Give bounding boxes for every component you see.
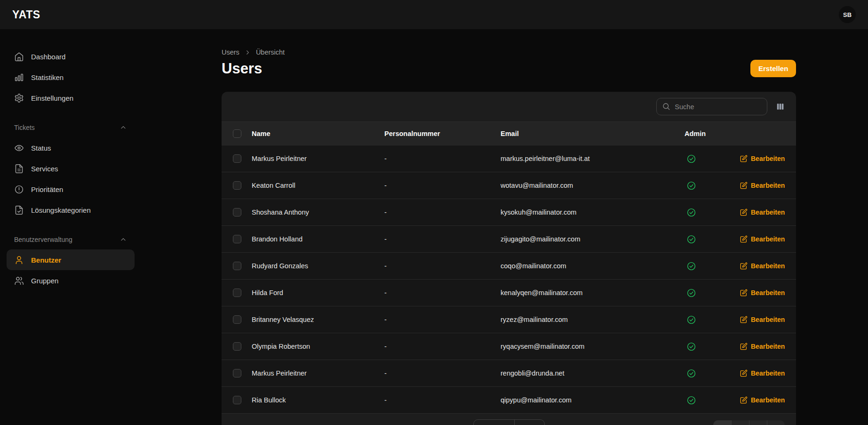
row-checkbox[interactable] <box>233 396 241 404</box>
topbar: YATS SB <box>0 0 868 29</box>
cell-admin <box>685 234 740 244</box>
row-checkbox[interactable] <box>233 181 241 190</box>
select-all-checkbox[interactable] <box>233 129 241 138</box>
row-checkbox[interactable] <box>233 262 241 270</box>
edit-button[interactable]: Bearbeiten <box>740 289 785 297</box>
cell-name: Britanney Velasquez <box>252 316 384 323</box>
edit-button[interactable]: Bearbeiten <box>740 182 785 189</box>
edit-button[interactable]: Bearbeiten <box>740 262 785 270</box>
pagination-page-3[interactable]: 3 <box>749 420 767 425</box>
pagination: 123 <box>713 420 785 425</box>
edit-button[interactable]: Bearbeiten <box>740 396 785 404</box>
sidebar-item-gruppen[interactable]: Gruppen <box>7 270 135 291</box>
edit-icon <box>740 289 748 297</box>
table-toolbar <box>222 92 796 121</box>
edit-button[interactable]: Bearbeiten <box>740 155 785 162</box>
sidebar-item-benutzer[interactable]: Benutzer <box>7 249 135 270</box>
cell-email: kysokuh@mailinator.com <box>501 208 685 216</box>
pagination-next-button[interactable] <box>767 420 785 425</box>
sidebar-item-status[interactable]: Status <box>7 137 135 158</box>
check-circle-icon <box>686 395 696 405</box>
check-circle-icon <box>686 208 696 217</box>
sidebar-item-label: Gruppen <box>31 277 58 285</box>
edit-icon <box>740 369 748 377</box>
search-input[interactable] <box>656 98 767 115</box>
per-page-select[interactable]: pro Seite 10 <box>473 419 545 425</box>
cell-personalnummer: - <box>384 396 501 404</box>
sidebar-item-label: Dashboard <box>31 53 65 61</box>
row-checkbox[interactable] <box>233 315 241 324</box>
breadcrumb-item-uebersicht[interactable]: Übersicht <box>256 48 285 56</box>
sidebar-item-loesungskategorien[interactable]: Lösungskategorien <box>7 200 135 220</box>
table-footer: Zeige 1 bis 10 von 25 Ergebnissen pro Se… <box>222 413 796 425</box>
cell-email: wotavu@mailinator.com <box>501 182 685 189</box>
row-checkbox[interactable] <box>233 208 241 217</box>
edit-button[interactable]: Bearbeiten <box>740 343 785 350</box>
edit-button[interactable]: Bearbeiten <box>740 316 785 323</box>
edit-icon <box>740 208 748 216</box>
user-avatar[interactable]: SB <box>839 6 856 23</box>
edit-button[interactable]: Bearbeiten <box>740 235 785 243</box>
edit-button[interactable]: Bearbeiten <box>740 208 785 216</box>
edit-label: Bearbeiten <box>751 289 785 297</box>
users-table-card: Name Personalnummer Email Admin Markus P… <box>222 92 796 425</box>
check-circle-icon <box>686 234 696 244</box>
file-check-icon <box>14 205 24 215</box>
sidebar-section-tickets[interactable]: Tickets <box>7 120 135 136</box>
pagination-page-2[interactable]: 2 <box>731 420 749 425</box>
sidebar-item-einstellungen[interactable]: Einstellungen <box>7 88 135 108</box>
check-circle-icon <box>686 154 696 164</box>
create-button[interactable]: Erstellen <box>750 60 796 77</box>
sidebar-item-label: Lösungskategorien <box>31 206 91 214</box>
row-checkbox[interactable] <box>233 342 241 351</box>
table-row: Hilda Ford-kenalyqen@mailinator.comBearb… <box>222 279 796 306</box>
edit-label: Bearbeiten <box>751 182 785 189</box>
cell-admin <box>685 369 740 378</box>
cell-name: Ria Bullock <box>252 396 384 404</box>
cell-name: Rudyard Gonzales <box>252 262 384 270</box>
check-circle-icon <box>686 261 696 271</box>
check-circle-icon <box>686 181 696 191</box>
edit-icon <box>740 343 748 350</box>
sidebar-item-services[interactable]: Services <box>7 158 135 179</box>
edit-label: Bearbeiten <box>751 262 785 270</box>
cell-name: Markus Peirleitner <box>252 369 384 377</box>
row-checkbox[interactable] <box>233 154 241 163</box>
pagination-page-1[interactable]: 1 <box>713 420 731 425</box>
row-checkbox[interactable] <box>233 369 241 377</box>
sidebar: DashboardStatistikenEinstellungenTickets… <box>0 29 141 425</box>
cell-admin <box>685 342 740 352</box>
cell-email: ryqacysem@mailinator.com <box>501 343 685 350</box>
table-row: Olympia Robertson-ryqacysem@mailinator.c… <box>222 333 796 360</box>
row-checkbox[interactable] <box>233 289 241 297</box>
column-settings-button[interactable] <box>776 102 785 111</box>
cell-admin <box>685 208 740 217</box>
sidebar-item-label: Statistiken <box>31 73 64 81</box>
page-title: Users <box>222 60 262 77</box>
cell-personalnummer: - <box>384 182 501 189</box>
edit-icon <box>740 262 748 270</box>
breadcrumb-item-users[interactable]: Users <box>222 48 239 56</box>
cell-email: zijugagito@mailinator.com <box>501 235 685 243</box>
edit-icon <box>740 182 748 189</box>
row-checkbox[interactable] <box>233 235 241 243</box>
edit-icon <box>740 155 748 162</box>
cell-email: rengobli@drunda.net <box>501 369 685 377</box>
columns-icon <box>776 102 785 111</box>
cell-name: Markus Peirleitner <box>252 155 384 162</box>
sidebar-item-dashboard[interactable]: Dashboard <box>7 46 135 67</box>
cell-personalnummer: - <box>384 262 501 270</box>
column-header-personalnummer: Personalnummer <box>384 130 501 137</box>
sidebar-item-prioritaeten[interactable]: Prioritäten <box>7 179 135 200</box>
column-header-admin: Admin <box>685 130 740 137</box>
check-circle-icon <box>686 342 696 352</box>
table-row: Keaton Carroll-wotavu@mailinator.comBear… <box>222 172 796 199</box>
edit-button[interactable]: Bearbeiten <box>740 369 785 377</box>
page-layout: DashboardStatistikenEinstellungenTickets… <box>0 29 868 425</box>
sidebar-item-statistiken[interactable]: Statistiken <box>7 67 135 88</box>
cell-name: Hilda Ford <box>252 289 384 297</box>
cell-name: Brandon Holland <box>252 235 384 243</box>
sidebar-section-benutzerverwaltung[interactable]: Benutzerverwaltung <box>7 232 135 248</box>
sidebar-section-label: Tickets <box>14 124 35 131</box>
edit-label: Bearbeiten <box>751 369 785 377</box>
